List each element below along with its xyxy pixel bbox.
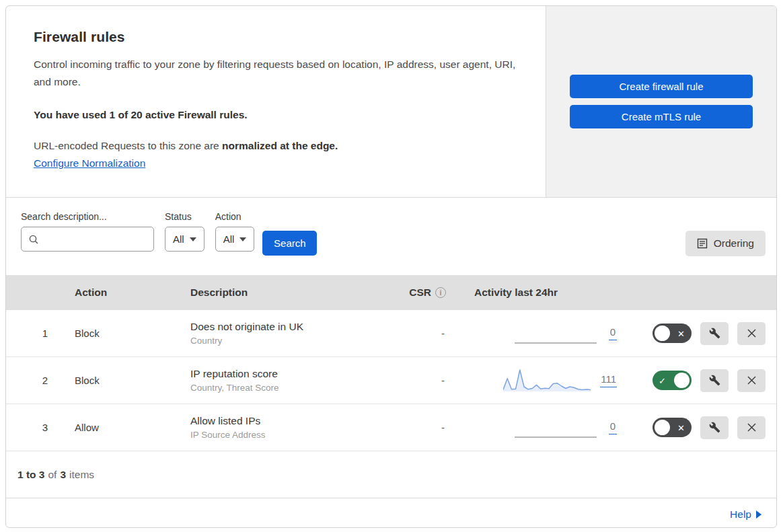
toggle-check-icon [659, 375, 666, 385]
toggle-knob [655, 420, 670, 435]
activity-count-link[interactable]: 111 [600, 373, 617, 387]
header-action: Action [65, 287, 181, 299]
rule-priority: 2 [6, 375, 65, 386]
firewall-rules-panel: Firewall rules Control incoming traffic … [5, 5, 777, 528]
create-firewall-rule-button[interactable]: Create firewall rule [570, 75, 753, 98]
status-label: Status [165, 211, 204, 222]
header-csr: CSR [388, 287, 447, 299]
rule-csr: - [388, 328, 447, 339]
usage-summary: You have used 1 of 20 active Firewall ru… [34, 109, 517, 121]
normalization-text-plain: URL-encoded Requests to this zone are [34, 140, 219, 151]
rule-title: Allow listed IPs [190, 415, 388, 427]
action-filter-group: Action All [215, 211, 255, 252]
search-label: Search description... [21, 211, 154, 222]
rule-description: IP reputation score Country, Threat Scor… [181, 368, 388, 393]
rule-fields: IP Source Address [190, 430, 388, 440]
table-row: 3 Allow Allow listed IPs IP Source Addre… [6, 404, 776, 451]
rule-priority: 1 [6, 328, 65, 339]
search-input[interactable] [44, 233, 145, 245]
edit-rule-button[interactable] [700, 322, 729, 345]
delete-rule-button[interactable] [737, 369, 766, 392]
rule-fields: Country, Threat Score [190, 383, 388, 393]
rule-controls [624, 322, 776, 345]
toggle-knob [674, 373, 690, 388]
create-mtls-rule-button[interactable]: Create mTLS rule [570, 105, 753, 128]
activity-sparkline [503, 367, 591, 394]
info-icon[interactable] [435, 287, 446, 298]
top-section: Firewall rules Control incoming traffic … [6, 6, 776, 198]
items-total: 3 [60, 469, 66, 480]
toggle-knob [655, 326, 670, 341]
rule-fields: Country [190, 336, 388, 346]
ordering-icon [697, 238, 708, 249]
rule-enabled-toggle[interactable] [653, 324, 692, 343]
configure-normalization-link[interactable]: Configure Normalization [34, 157, 145, 169]
rule-action: Block [65, 375, 181, 386]
delete-rule-button[interactable] [737, 322, 766, 345]
header-csr-label: CSR [409, 287, 431, 299]
table-row: 2 Block IP reputation score Country, Thr… [6, 357, 776, 404]
chevron-down-icon [239, 237, 246, 241]
items-label: items [69, 469, 94, 481]
chevron-down-icon [190, 237, 196, 241]
close-icon [747, 375, 757, 385]
ordering-button[interactable]: Ordering [685, 231, 766, 256]
page-description: Control incoming traffic to your zone by… [34, 56, 517, 91]
actions-panel: Create firewall rule Create mTLS rule [546, 6, 776, 197]
rule-priority: 3 [6, 422, 65, 433]
pagination-summary: 1 to 3 of 3 items [6, 451, 776, 498]
status-select-value: All [173, 233, 184, 245]
status-select[interactable]: All [165, 227, 204, 252]
activity-sparkline [512, 320, 599, 347]
rule-title: Does not originate in UK [190, 321, 388, 333]
items-range: 1 to 3 [17, 469, 44, 480]
rule-title: IP reputation score [190, 368, 388, 380]
normalization-text-bold: normalized at the edge. [222, 140, 338, 151]
action-select[interactable]: All [215, 227, 255, 252]
header-description: Description [181, 287, 388, 299]
search-box [21, 227, 154, 252]
table-header: Action Description CSR Activity last 24h… [6, 275, 776, 310]
rule-activity: 0 [447, 414, 624, 441]
header-activity: Activity last 24hr [447, 287, 624, 299]
filter-bar: Search description... Status All Action … [6, 198, 776, 275]
close-icon [747, 328, 757, 338]
rule-csr: - [388, 375, 447, 386]
firewall-intro-card: Firewall rules Control incoming traffic … [6, 6, 546, 197]
activity-sparkline [512, 414, 599, 441]
action-label: Action [215, 211, 255, 222]
delete-rule-button[interactable] [737, 416, 766, 439]
page-title: Firewall rules [34, 29, 517, 45]
table-row: 1 Block Does not originate in UK Country… [6, 310, 776, 357]
status-filter-group: Status All [165, 211, 204, 252]
rule-description: Allow listed IPs IP Source Address [181, 415, 388, 440]
wrench-icon [709, 375, 720, 386]
edit-rule-button[interactable] [700, 369, 729, 392]
search-button[interactable]: Search [262, 231, 317, 256]
edit-rule-button[interactable] [700, 416, 729, 439]
search-group: Search description... [21, 211, 154, 252]
rule-controls [624, 416, 776, 439]
rule-action: Block [65, 328, 181, 339]
toggle-x-icon [677, 328, 685, 338]
help-link-label: Help [730, 508, 751, 521]
activity-count-link[interactable]: 0 [609, 326, 617, 340]
rule-csr: - [388, 422, 447, 433]
ordering-button-label: Ordering [714, 237, 754, 250]
rule-activity: 0 [447, 320, 624, 347]
toggle-x-icon [677, 422, 685, 432]
rule-enabled-toggle[interactable] [653, 418, 692, 437]
rule-enabled-toggle[interactable] [653, 371, 692, 390]
help-bar: Help [6, 498, 776, 528]
items-of: of [48, 469, 57, 481]
search-icon [28, 234, 39, 245]
help-link[interactable]: Help [730, 508, 761, 521]
action-select-value: All [223, 233, 235, 245]
rule-controls [624, 369, 776, 392]
wrench-icon [709, 328, 720, 339]
help-arrow-icon [756, 510, 761, 519]
wrench-icon [709, 422, 720, 433]
activity-count-link[interactable]: 0 [609, 420, 617, 434]
rule-description: Does not originate in UK Country [181, 321, 388, 346]
close-icon [747, 422, 757, 432]
